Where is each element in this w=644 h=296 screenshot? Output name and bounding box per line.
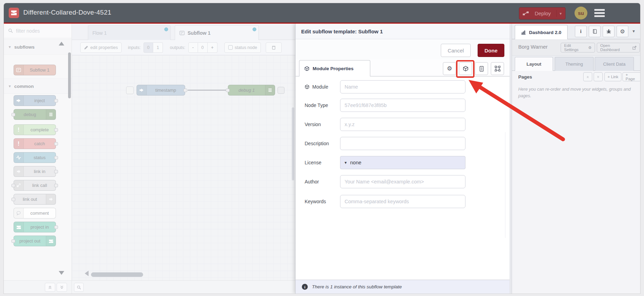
add-link-button[interactable]: + Link: [604, 72, 621, 81]
app-header: Different-Collared-Dove-4521 Deploy ▾ su: [4, 3, 640, 23]
edit-panel-title: Edit subflow template: Subflow 1: [296, 24, 510, 39]
description-button[interactable]: [475, 62, 488, 75]
gear-icon: ⚙: [588, 46, 592, 50]
debug-sidebar-button[interactable]: [603, 26, 614, 37]
version-field-label: Version: [305, 118, 339, 131]
gear-icon: ⚙: [447, 65, 452, 72]
external-link-icon: [633, 46, 636, 50]
edit-shade-overlay: [4, 24, 295, 294]
chevron-down-double-icon: [597, 75, 600, 79]
chevron-up-double-icon: [586, 75, 589, 79]
sidebar-menu-caret-icon[interactable]: ▾: [633, 28, 635, 34]
bar-chart-icon: [521, 30, 526, 35]
license-select[interactable]: ▾ none: [340, 156, 465, 169]
open-dashboard-button[interactable]: Open Dashboard: [597, 43, 640, 52]
done-button[interactable]: Done: [478, 44, 504, 57]
gear-icon: ⚙: [620, 28, 625, 35]
deploy-label: Deploy: [532, 10, 553, 16]
module-name-input[interactable]: [340, 80, 465, 93]
subflow-properties-button[interactable]: ⚙: [443, 62, 456, 75]
edit-settings-button[interactable]: Edit Settings ⚙: [561, 43, 595, 52]
appearance-button[interactable]: [491, 62, 504, 75]
node-type-field-label: Node Type: [305, 99, 339, 112]
dashboard-project-row: Borg Warner Edit Settings ⚙ Open Dashboa…: [512, 39, 641, 56]
user-avatar[interactable]: su: [575, 7, 587, 19]
sidebar-tab-row: Dashboard 2.0 i ⚙ ▾: [512, 24, 641, 39]
node-red-logo-icon: [9, 8, 19, 18]
tab-module-properties[interactable]: Module Properties: [299, 60, 370, 76]
info-sidebar-button[interactable]: i: [575, 26, 587, 37]
edit-panel-footer: i There is 1 instance of this subflow te…: [296, 280, 510, 294]
project-name: Borg Warner: [518, 44, 547, 50]
author-input[interactable]: [340, 175, 465, 188]
cube-icon: [463, 66, 469, 72]
module-field-label: Module: [305, 80, 339, 93]
book-icon: [592, 29, 597, 34]
cancel-button[interactable]: Cancel: [441, 44, 471, 57]
module-properties-button[interactable]: [459, 62, 472, 75]
help-sidebar-button[interactable]: [589, 26, 601, 37]
dashboard-subtabs: Layout Theming Client Data: [512, 56, 641, 71]
keywords-input[interactable]: [340, 195, 465, 208]
add-page-button[interactable]: + Page: [622, 72, 641, 81]
info-icon: i: [302, 284, 308, 290]
tab-client-data[interactable]: Client Data: [595, 57, 634, 71]
edit-panel-tabstrip: Module Properties ⚙: [296, 59, 510, 76]
header-accent-line: [4, 23, 640, 24]
cube-icon: [304, 66, 309, 71]
workspace-title: Different-Collared-Dove-4521: [23, 9, 111, 16]
edit-panel-button-row: Cancel Done: [296, 39, 510, 59]
bug-icon: [606, 29, 611, 34]
deploy-options-caret-icon[interactable]: ▾: [556, 10, 562, 17]
node-red-window: Different-Collared-Dove-4521 Deploy ▾ su…: [3, 3, 641, 294]
edit-subflow-panel: Edit subflow template: Subflow 1 Cancel …: [295, 24, 510, 294]
tab-theming[interactable]: Theming: [555, 57, 594, 71]
keywords-field-label: Keywords: [305, 195, 339, 208]
license-field-label: License: [305, 156, 339, 169]
node-type-input[interactable]: [340, 99, 465, 112]
pages-collapse-button[interactable]: [583, 72, 592, 81]
description-field-label: Description: [305, 137, 339, 150]
pages-help-text: Here you can re-order and move your widg…: [518, 86, 633, 100]
module-properties-form: Module Node Type Version Description Lic…: [296, 76, 510, 280]
pages-expand-button[interactable]: [594, 72, 603, 81]
main-menu-icon[interactable]: [594, 9, 605, 17]
chevron-down-icon: ▾: [345, 160, 347, 165]
config-sidebar-button[interactable]: ⚙: [617, 26, 628, 37]
tab-dashboard-2[interactable]: Dashboard 2.0: [515, 25, 568, 39]
form-scrollbar-track: [505, 132, 505, 238]
right-sidebar: Dashboard 2.0 i ⚙ ▾: [512, 24, 641, 294]
document-icon: [479, 66, 484, 72]
description-input[interactable]: [340, 137, 465, 150]
info-icon: i: [580, 28, 581, 34]
tab-layout[interactable]: Layout: [515, 57, 553, 71]
cube-icon: [305, 84, 309, 89]
deploy-icon: [523, 11, 529, 16]
pages-heading: Pages: [518, 74, 532, 80]
instance-count-text: There is 1 instance of this subflow temp…: [312, 284, 402, 289]
version-input[interactable]: [340, 118, 465, 131]
author-field-label: Author: [305, 175, 339, 188]
deploy-button[interactable]: Deploy ▾: [519, 7, 565, 19]
selection-frame-icon: [495, 66, 501, 72]
